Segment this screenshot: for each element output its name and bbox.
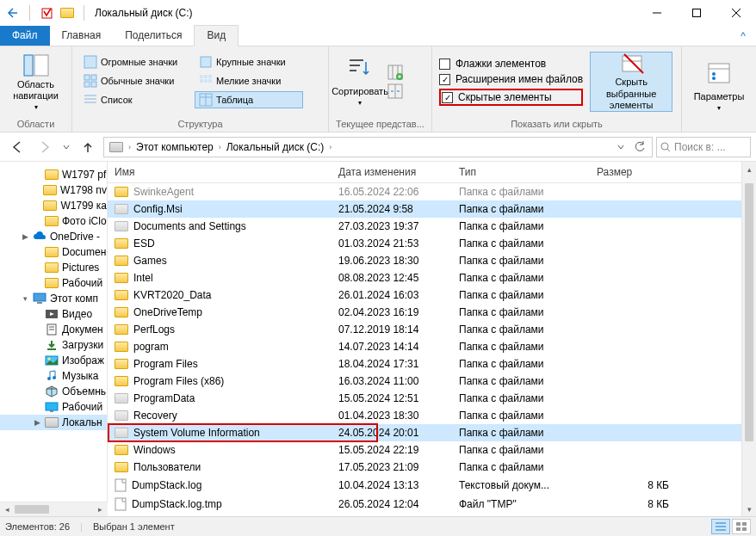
tab-home[interactable]: Главная — [50, 26, 114, 46]
file-row[interactable]: Documents and Settings27.03.2023 19:37Па… — [108, 218, 741, 235]
svg-line-42 — [667, 149, 670, 151]
qat-properties-icon[interactable] — [37, 3, 56, 22]
nav-item[interactable]: ▶OneDrive - — [0, 229, 107, 244]
up-button[interactable] — [76, 135, 100, 159]
file-row[interactable]: OneDriveTemp02.04.2023 16:19Папка с файл… — [108, 304, 741, 321]
column-name[interactable]: Имя — [108, 162, 332, 182]
checkbox-hidden-items[interactable]: ✓Скрытые элементы — [439, 89, 583, 106]
forward-button[interactable] — [33, 135, 57, 159]
collapse-ribbon-icon[interactable]: ^ — [730, 27, 756, 46]
size-columns-icon[interactable] — [387, 83, 403, 99]
svg-rect-7 — [84, 56, 96, 68]
nav-item[interactable]: Объемнь — [0, 384, 107, 399]
nav-item[interactable]: Докумен — [0, 322, 107, 337]
file-row[interactable]: Windows15.05.2024 22:19Папка с файлами — [108, 441, 741, 459]
nav-item[interactable]: W1798 nv — [0, 182, 107, 198]
tab-share[interactable]: Поделиться — [113, 26, 194, 46]
layout-large[interactable]: Крупные значки — [195, 53, 303, 71]
file-row[interactable]: Program Files (x86)16.03.2024 11:00Папка… — [108, 373, 741, 390]
nav-item[interactable]: Изображ — [0, 353, 107, 368]
file-list[interactable]: SwinkeAgent16.05.2024 22:06Папка с файла… — [108, 183, 741, 516]
view-large-icon[interactable] — [732, 519, 751, 534]
file-row[interactable]: System Volume Information24.05.2024 20:0… — [108, 424, 741, 441]
breadcrumb[interactable]: › Этот компьютер › Локальный диск (C:) › — [103, 137, 653, 157]
back-button[interactable] — [5, 135, 29, 159]
tab-view[interactable]: Вид — [194, 25, 239, 46]
titlebar: Локальный диск (C:) — [0, 0, 756, 26]
breadcrumb-pc[interactable]: Этот компьютер — [133, 141, 217, 153]
status-bar: Элементов: 26 | Выбран 1 элемент — [0, 516, 756, 536]
nav-item[interactable]: Documен — [0, 244, 107, 260]
svg-point-40 — [712, 77, 716, 80]
file-row[interactable]: Games19.06.2023 18:30Папка с файлами — [108, 252, 741, 269]
file-row[interactable]: pogram14.07.2023 14:14Папка с файлами — [108, 338, 741, 355]
scrollbar-vertical[interactable]: ▴ ▾ — [741, 162, 756, 516]
file-row[interactable]: PerfLogs07.12.2019 18:14Папка с файлами — [108, 321, 741, 338]
navigation-pane[interactable]: W1797 pfW1798 nvW1799 каФото iClo▶OneDri… — [0, 162, 108, 502]
svg-rect-8 — [201, 57, 211, 67]
hide-selected-button[interactable]: Скрыть выбранные элементы — [590, 52, 672, 112]
window-title: Локальный диск (C:) — [95, 7, 193, 19]
nav-item[interactable]: Загрузки — [0, 337, 107, 353]
nav-item[interactable]: ▶Локальн — [0, 415, 107, 430]
tab-file[interactable]: Файл — [0, 26, 50, 46]
add-columns-icon[interactable] — [387, 65, 403, 80]
maximize-button[interactable] — [677, 0, 716, 26]
nav-item[interactable]: Pictures — [0, 260, 107, 275]
sort-button[interactable]: Сортировать▾ — [336, 52, 384, 112]
file-row[interactable]: Пользователи17.05.2023 21:09Папка с файл… — [108, 459, 741, 476]
options-button[interactable]: Параметры▾ — [689, 57, 749, 117]
svg-rect-44 — [37, 302, 42, 304]
refresh-icon[interactable] — [629, 135, 650, 159]
checkbox-extensions[interactable]: ✓Расширения имен файлов — [439, 73, 583, 85]
svg-rect-16 — [200, 79, 203, 83]
group-label-current-view: Текущее представ... — [329, 117, 431, 132]
file-row[interactable]: DumpStack.log10.04.2024 13:13Текстовый д… — [108, 476, 741, 495]
file-row[interactable]: KVRT2020_Data26.01.2024 16:03Папка с фай… — [108, 286, 741, 304]
nav-item[interactable]: Музыка — [0, 368, 107, 384]
minimize-button[interactable] — [637, 0, 677, 26]
file-row[interactable]: Intel08.08.2023 12:45Папка с файлами — [108, 269, 741, 286]
view-details-icon[interactable] — [711, 519, 730, 534]
column-type[interactable]: Тип — [452, 162, 590, 182]
file-row[interactable]: DumpStack.log.tmp26.05.2024 12:04Файл "T… — [108, 495, 741, 514]
qat-back-icon[interactable] — [3, 3, 22, 22]
nav-item[interactable]: ▾Этот комп — [0, 291, 107, 306]
column-date[interactable]: Дата изменения — [332, 162, 452, 182]
nav-item[interactable]: Видео — [0, 306, 107, 322]
checkbox-item-checkboxes[interactable]: Флажки элементов — [439, 58, 583, 70]
svg-rect-54 — [46, 403, 58, 410]
nav-scrollbar-horizontal[interactable]: ◂▸ — [0, 502, 108, 516]
close-button[interactable] — [716, 0, 756, 26]
column-headers: Имя Дата изменения Тип Размер — [108, 162, 741, 183]
nav-item[interactable]: W1799 ка — [0, 198, 107, 213]
file-row[interactable]: Program Files18.04.2024 17:31Папка с фай… — [108, 355, 741, 373]
file-row[interactable]: ProgramData15.05.2024 12:51Папка с файла… — [108, 390, 741, 407]
recent-button[interactable] — [60, 135, 72, 159]
svg-rect-13 — [200, 75, 203, 78]
navigation-pane-button[interactable]: Область навигации▾ — [7, 52, 65, 112]
svg-rect-6 — [34, 55, 48, 76]
svg-rect-12 — [91, 82, 96, 87]
search-input[interactable]: Поиск в: ... — [656, 137, 751, 157]
svg-point-51 — [48, 358, 51, 360]
layout-extra-large[interactable]: Огромные значки — [79, 53, 193, 71]
layout-details[interactable]: Таблица — [195, 91, 303, 108]
nav-item[interactable]: Фото iClo — [0, 213, 107, 229]
layout-small[interactable]: Мелкие значки — [195, 72, 303, 89]
layout-list[interactable]: Список — [79, 91, 193, 108]
nav-item[interactable]: W1797 pf — [0, 167, 107, 182]
layout-medium[interactable]: Обычные значки — [79, 72, 193, 89]
file-row[interactable]: Recovery01.04.2023 18:30Папка с файлами — [108, 407, 741, 424]
svg-rect-55 — [50, 410, 53, 412]
column-size[interactable]: Размер — [590, 162, 676, 182]
nav-item[interactable]: Рабочий — [0, 399, 107, 415]
file-row[interactable]: Config.Msi21.05.2024 9:58Папка с файлами — [108, 200, 741, 218]
file-row[interactable]: SwinkeAgent16.05.2024 22:06Папка с файла… — [108, 183, 741, 200]
nav-item[interactable]: Рабочий — [0, 275, 107, 291]
file-row[interactable]: ESD01.03.2024 21:53Папка с файлами — [108, 235, 741, 252]
dropdown-icon[interactable] — [612, 135, 629, 159]
svg-rect-63 — [736, 527, 741, 531]
breadcrumb-drive[interactable]: Локальный диск (C:) — [223, 141, 328, 153]
svg-rect-57 — [115, 498, 126, 510]
